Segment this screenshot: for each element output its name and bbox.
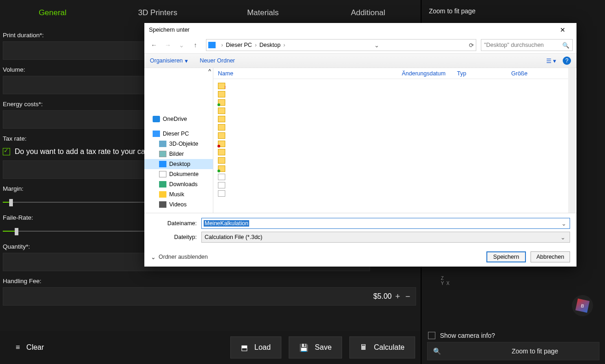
organize-button[interactable]: Organisieren ▾ xyxy=(150,57,188,64)
col-size[interactable]: Größe xyxy=(507,70,543,77)
handling-input[interactable]: $5.00 + − xyxy=(3,287,416,306)
tab-3d-printers[interactable]: 3D Printers xyxy=(105,8,211,17)
breadcrumb[interactable]: › Dieser PC › Desktop › ⌄ ⟳ xyxy=(206,39,476,51)
tree-onedrive[interactable]: OneDrive xyxy=(144,114,213,124)
new-folder-button[interactable]: Neuer Ordner xyxy=(200,57,235,64)
nav-back-button[interactable]: ← xyxy=(148,39,160,51)
tree-pictures[interactable]: Bilder xyxy=(144,149,213,159)
filetype-dropdown[interactable]: ⌄ xyxy=(559,234,567,241)
search-icon[interactable]: 🔍 xyxy=(562,42,570,49)
tax-checkbox[interactable] xyxy=(3,148,10,155)
list-item[interactable] xyxy=(218,165,225,172)
help-button[interactable]: ? xyxy=(563,57,571,65)
tree-music[interactable]: Musik xyxy=(144,189,213,199)
cube-icon xyxy=(159,141,166,147)
dialog-save-button[interactable]: Speichern xyxy=(486,251,526,262)
tree-desktop[interactable]: Desktop xyxy=(144,159,213,169)
crumb-desktop[interactable]: Desktop xyxy=(259,42,280,48)
list-item[interactable] xyxy=(218,91,225,97)
camera-info-label: Show camera info? xyxy=(440,332,495,339)
view-cube[interactable]: B xyxy=(572,295,593,316)
load-icon: ⬒ xyxy=(241,343,248,352)
axis-gizmo: ZY X xyxy=(441,276,450,286)
zoom-title: Zoom to fit page xyxy=(427,4,599,15)
tree-documents[interactable]: Dokumente xyxy=(144,169,213,179)
list-item[interactable] xyxy=(218,83,225,89)
download-icon xyxy=(159,181,166,188)
tab-materials[interactable]: Materials xyxy=(211,8,316,17)
bottom-bar: ≡ Clear ⬒ Load 💾 Save 🖩 Calculate xyxy=(0,331,421,364)
camera-info-checkbox[interactable] xyxy=(428,332,435,339)
tree-pc[interactable]: Dieser PC xyxy=(144,129,213,139)
tree-downloads[interactable]: Downloads xyxy=(144,179,213,189)
tabs: General 3D Printers Materials Additional xyxy=(0,0,421,25)
list-item[interactable] xyxy=(218,149,225,155)
save-label: Save xyxy=(315,343,331,352)
col-date[interactable]: Änderungsdatum xyxy=(397,70,452,77)
clear-button[interactable]: ≡ Clear xyxy=(6,336,54,358)
zoom-fit-label: Zoom to fit page xyxy=(512,347,558,355)
tax-checkbox-label: Do you want to add a tax rate to your ca… xyxy=(15,148,162,156)
search-input[interactable]: "Desktop" durchsuchen 🔍 xyxy=(481,39,573,51)
clear-icon: ≡ xyxy=(16,343,20,352)
handling-label: Handling Fee: xyxy=(3,278,416,284)
tab-additional[interactable]: Additional xyxy=(315,8,421,17)
view-options-button[interactable]: ☰ ▾ xyxy=(546,57,556,64)
filename-label: Dateiname: xyxy=(151,220,201,227)
close-button[interactable]: ✕ xyxy=(554,24,572,36)
list-item[interactable] xyxy=(218,108,225,114)
handling-minus-button[interactable]: − xyxy=(404,292,412,301)
filetype-value: Calculation File (*.3dc) xyxy=(205,234,263,240)
tree-scroll-up[interactable]: ^ xyxy=(208,68,211,74)
list-item[interactable] xyxy=(218,132,225,139)
calculator-icon: 🖩 xyxy=(360,343,367,352)
list-item[interactable] xyxy=(218,157,225,164)
cloud-icon xyxy=(153,116,160,122)
calculate-label: Calculate xyxy=(374,343,405,352)
file-list-scrollbar[interactable] xyxy=(568,68,576,213)
clear-label: Clear xyxy=(26,343,44,352)
filename-input[interactable]: MeineKalkulation ⌄ xyxy=(201,218,570,229)
nav-recent-button[interactable]: ⌄ xyxy=(176,39,188,51)
pc-icon xyxy=(153,131,160,137)
crumb-pc[interactable]: Dieser PC xyxy=(226,42,252,48)
search-placeholder: "Desktop" durchsuchen xyxy=(484,42,544,48)
col-name[interactable]: Name xyxy=(213,70,397,77)
load-label: Load xyxy=(254,343,271,352)
filetype-select[interactable]: Calculation File (*.3dc) ⌄ xyxy=(201,232,570,243)
save-button[interactable]: 💾 Save xyxy=(289,336,342,358)
col-type[interactable]: Typ xyxy=(452,70,507,77)
zoom-fit-button[interactable]: 🔍 Zoom to fit page xyxy=(427,342,599,360)
filename-dropdown[interactable]: ⌄ xyxy=(559,220,568,227)
document-icon xyxy=(159,171,166,177)
refresh-button[interactable]: ⟳ xyxy=(469,42,474,49)
hide-folders-button[interactable]: ⌄ Ordner ausblenden xyxy=(151,254,208,261)
tree-videos[interactable]: Videos xyxy=(144,199,213,210)
picture-icon xyxy=(159,151,166,157)
handling-plus-button[interactable]: + xyxy=(394,292,402,301)
nav-forward-button[interactable]: → xyxy=(162,39,174,51)
list-item[interactable] xyxy=(218,174,225,180)
dialog-cancel-button[interactable]: Abbrechen xyxy=(531,251,570,262)
load-button[interactable]: ⬒ Load xyxy=(230,336,281,358)
handling-value: $5.00 xyxy=(373,292,392,301)
list-item[interactable] xyxy=(218,124,225,131)
tree-3d-objects[interactable]: 3D-Objekte xyxy=(144,139,213,149)
list-item[interactable] xyxy=(218,182,225,188)
list-item[interactable] xyxy=(218,99,225,106)
save-icon: 💾 xyxy=(299,343,308,352)
file-list: Name Änderungsdatum Typ Größe xyxy=(213,68,576,213)
calculate-button[interactable]: 🖩 Calculate xyxy=(349,336,415,358)
search-icon: 🔍 xyxy=(433,347,441,355)
list-item[interactable] xyxy=(218,141,225,147)
pc-icon xyxy=(208,42,216,48)
nav-up-button[interactable]: ↑ xyxy=(189,39,201,51)
list-item[interactable] xyxy=(218,190,225,197)
video-icon xyxy=(159,201,166,208)
filename-value: MeineKalkulation xyxy=(204,220,249,227)
folder-tree: ^ OneDrive Dieser PC 3D-Objekte Bilder D… xyxy=(144,68,213,213)
tab-general[interactable]: General xyxy=(0,8,105,17)
list-item[interactable] xyxy=(218,116,225,122)
filetype-label: Dateityp: xyxy=(151,234,201,240)
dialog-title: Speichern unter xyxy=(149,27,189,33)
